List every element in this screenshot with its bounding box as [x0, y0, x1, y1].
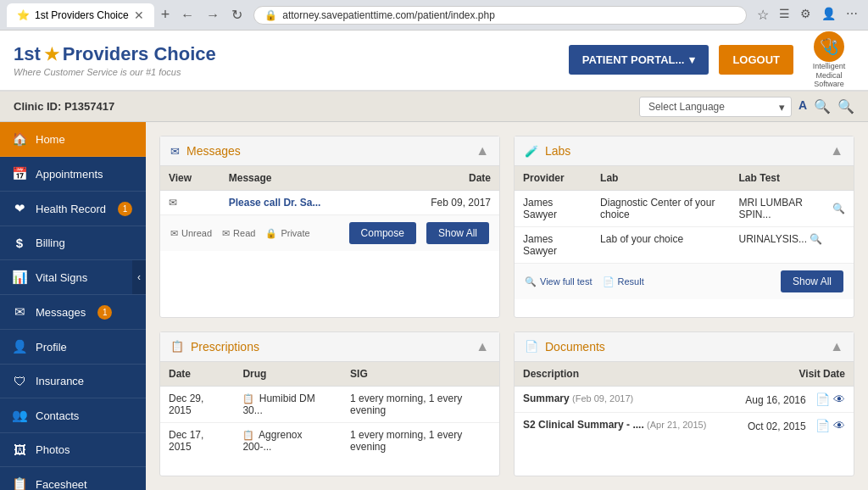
lab-test-2: URINALYSIS... 🔍 — [731, 227, 854, 264]
labs-card-body: Provider Lab Lab Test James Sawyer Diagn… — [515, 166, 854, 263]
messages-table: View Message Date ✉ Please call Dr. Sa..… — [160, 166, 499, 214]
font-size-icon[interactable]: A — [798, 98, 807, 114]
messages-title-icon: ✉ — [170, 145, 180, 158]
home-icon: 🏠 — [12, 131, 27, 147]
logout-button[interactable]: LOGOUT — [719, 45, 793, 75]
sidebar-item-home[interactable]: 🏠 Home — [0, 122, 146, 157]
sidebar-item-billing[interactable]: $ Billing — [0, 226, 146, 260]
messages-badge: 1 — [97, 305, 112, 320]
browser-nav: ← → ↻ — [176, 5, 247, 25]
doc-description-1: Summary (Feb 09, 2017) — [515, 386, 729, 412]
app-header: 1st ★ Providers Choice Where Customer Se… — [0, 31, 868, 92]
view-full-test-link[interactable]: 🔍 View full test — [525, 276, 593, 287]
sidebar-item-health-record[interactable]: ❤ Health Record 1 — [0, 192, 146, 226]
sidebar-photos-label: Photos — [36, 443, 70, 456]
prescriptions-table: Date Drug SIG Dec 29, 2015 📋 Humibid DM … — [160, 362, 499, 459]
lab-name-2: Lab of your choice — [592, 227, 730, 264]
lock-icon: 🔒 — [265, 228, 277, 239]
rx-sig-2: 1 every morning, 1 every evening — [342, 422, 499, 459]
doc-actions-1: 📄 👁 — [815, 393, 845, 406]
search-icon[interactable]: 🔍 — [814, 98, 831, 114]
compose-button[interactable]: Compose — [349, 222, 416, 244]
messages-card-body: View Message Date ✉ Please call Dr. Sa..… — [160, 166, 499, 214]
doc-view-icon-2[interactable]: 👁 — [833, 419, 845, 432]
sidebar-home-label: Home — [36, 133, 65, 146]
documents-card: 📄 Documents ▲ Description Visit Date — [514, 331, 854, 477]
more-icon[interactable]: ⋯ — [843, 5, 861, 25]
labs-show-all-button[interactable]: Show All — [781, 270, 843, 292]
forward-button[interactable]: → — [202, 6, 224, 25]
messages-show-all-button[interactable]: Show All — [426, 222, 489, 244]
sidebar-item-contacts[interactable]: 👥 Contacts — [0, 398, 146, 433]
sidebar-item-appointments[interactable]: 📅 Appointments — [0, 157, 146, 192]
sidebar-billing-label: Billing — [36, 237, 65, 249]
messages-date: Feb 09, 2017 — [384, 191, 499, 215]
patient-portal-button[interactable]: PATIENT PORTAL... ▾ — [569, 45, 709, 75]
clinic-bar-right: Select Language English Spanish French A… — [639, 97, 854, 117]
messages-card-header: ✉ Messages ▲ — [160, 136, 499, 166]
prescriptions-collapse-icon[interactable]: ▲ — [476, 339, 489, 354]
messages-view-icon: ✉ — [160, 191, 220, 215]
back-button[interactable]: ← — [176, 6, 198, 25]
browser-chrome: ⭐ 1st Providers Choice ✕ + ← → ↻ 🔒 attor… — [0, 0, 868, 31]
result-link[interactable]: 📄 Result — [603, 276, 644, 287]
labs-table: Provider Lab Lab Test James Sawyer Diagn… — [515, 166, 854, 263]
messages-title-text: Messages — [186, 144, 241, 158]
messages-message-link[interactable]: Please call Dr. Sa... — [220, 191, 384, 215]
settings-icon[interactable]: ⚙ — [797, 5, 815, 25]
labs-collapse-icon[interactable]: ▲ — [830, 143, 843, 159]
menu-icon[interactable]: ☰ — [776, 5, 793, 25]
table-row: ✉ Please call Dr. Sa... Feb 09, 2017 — [160, 191, 499, 215]
tab-close-icon[interactable]: ✕ — [134, 8, 144, 22]
logo: 1st ★ Providers Choice — [14, 43, 569, 65]
sidebar-appointments-label: Appointments — [36, 168, 103, 181]
doc-file-icon-1[interactable]: 📄 — [815, 393, 830, 406]
search2-icon[interactable]: 🔍 — [837, 98, 854, 114]
doc-view-icon-1[interactable]: 👁 — [833, 393, 845, 406]
labs-card-title: 🧪 Labs — [525, 144, 570, 158]
labs-title-text: Labs — [545, 144, 570, 158]
sidebar-facesheet-label: Facesheet — [36, 478, 87, 491]
doc-actions-2: 📄 👁 — [815, 419, 845, 432]
health-record-icon: ❤ — [12, 201, 27, 216]
reload-button[interactable]: ↻ — [227, 5, 247, 25]
table-row: S2 Clinical Summary - .... (Apr 21, 2015… — [515, 412, 854, 438]
doc-file-icon-2[interactable]: 📄 — [815, 419, 830, 432]
sidebar-item-vital-signs[interactable]: 📊 Vital Signs ‹ — [0, 260, 146, 295]
messages-collapse-icon[interactable]: ▲ — [476, 143, 489, 159]
lab-search-icon-2[interactable]: 🔍 — [810, 233, 822, 245]
sidebar-item-photos[interactable]: 🖼 Photos — [0, 433, 146, 467]
lab-search-icon-1[interactable]: 🔍 — [832, 203, 845, 214]
search-icons: A 🔍 🔍 — [798, 98, 854, 114]
lock-icon: 🔒 — [264, 9, 277, 21]
rx-date-1: Dec 29, 2015 — [160, 386, 234, 422]
labs-col-provider: Provider — [515, 166, 592, 191]
labs-title-icon: 🧪 — [525, 145, 538, 158]
portal-chevron-icon: ▾ — [689, 53, 695, 66]
profile-icon[interactable]: 👤 — [818, 5, 839, 25]
new-tab-icon[interactable]: + — [161, 6, 170, 24]
browser-actions: ☆ ☰ ⚙ 👤 ⋯ — [754, 5, 861, 25]
logo-name: Providers Choice — [63, 43, 216, 65]
language-select[interactable]: Select Language English Spanish French — [639, 97, 792, 117]
sidebar-insurance-label: Insurance — [36, 375, 84, 387]
messages-col-view: View — [160, 166, 220, 191]
rx-col-date: Date — [160, 362, 234, 387]
prescriptions-card: 📋 Prescriptions ▲ Date Drug SIG — [159, 331, 500, 477]
table-row: James Sawyer Diagnostic Center of your c… — [515, 191, 854, 227]
sidebar-item-insurance[interactable]: 🛡 Insurance — [0, 365, 146, 398]
sidebar-item-facesheet[interactable]: 📋 Facesheet — [0, 467, 146, 490]
doc-col-description: Description — [515, 362, 729, 387]
address-bar[interactable]: 🔒 attorney.savepatienttime.com/patient/i… — [253, 6, 747, 25]
documents-collapse-icon[interactable]: ▲ — [830, 339, 843, 354]
sidebar-item-messages[interactable]: ✉ Messages 1 — [0, 295, 146, 330]
collapse-icon[interactable]: ‹ — [132, 260, 146, 294]
labs-card-header: 🧪 Labs ▲ — [515, 136, 854, 166]
table-row: Summary (Feb 09, 2017) Aug 16, 2016 📄 👁 — [515, 386, 854, 412]
browser-tab[interactable]: ⭐ 1st Providers Choice ✕ — [7, 3, 154, 27]
sidebar-item-profile[interactable]: 👤 Profile — [0, 330, 146, 365]
labs-col-lab: Lab — [592, 166, 730, 191]
doc-col-visit-date: Visit Date — [729, 362, 854, 387]
bookmark-icon[interactable]: ☆ — [754, 5, 772, 25]
prescriptions-card-header: 📋 Prescriptions ▲ — [160, 332, 499, 362]
